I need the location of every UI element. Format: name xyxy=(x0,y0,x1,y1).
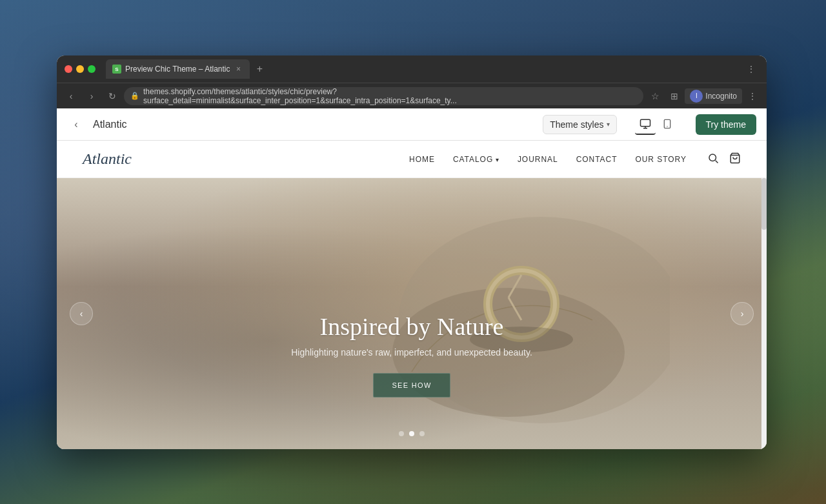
cart-icon[interactable] xyxy=(729,152,741,166)
carousel-dot-3[interactable] xyxy=(419,431,425,436)
back-to-themes-button[interactable]: ‹ xyxy=(67,116,85,134)
try-theme-button[interactable]: Try theme xyxy=(696,114,757,135)
url-bar[interactable]: 🔒 themes.shopify.com/themes/atlantic/sty… xyxy=(124,87,643,105)
browser-nav-bar: ‹ › ↻ 🔒 themes.shopify.com/themes/atlant… xyxy=(57,83,767,108)
nav-contact[interactable]: CONTACT xyxy=(576,155,618,164)
security-lock-icon: 🔒 xyxy=(130,92,139,100)
browser-window: S Preview Chic Theme – Atlantic × + ⋮ ‹ … xyxy=(57,55,767,449)
reload-button[interactable]: ↻ xyxy=(103,87,121,105)
see-how-button[interactable]: SEE HOW xyxy=(373,373,450,398)
site-navigation: Atlantic HOME CATALOG JOURNAL CONTACT OU… xyxy=(57,141,767,178)
new-tab-button[interactable]: + xyxy=(252,61,268,77)
chrome-options-button[interactable]: ⋮ xyxy=(743,87,761,105)
active-tab[interactable]: S Preview Chic Theme – Atlantic × xyxy=(106,59,250,79)
theme-preview-bar: ‹ Atlantic Theme styles ▾ xyxy=(57,108,767,141)
nav-catalog[interactable]: CATALOG xyxy=(453,155,499,164)
theme-styles-label: Theme styles xyxy=(550,119,603,130)
traffic-lights xyxy=(65,65,96,73)
chrome-actions: ⋮ xyxy=(743,61,759,77)
back-button[interactable]: ‹ xyxy=(62,87,80,105)
close-window-button[interactable] xyxy=(65,65,72,73)
svg-rect-3 xyxy=(664,119,670,128)
theme-name-label: Atlantic xyxy=(93,119,126,130)
device-toggle-buttons xyxy=(635,114,678,135)
hero-title: Inspired by Nature xyxy=(57,312,767,341)
website-content: Atlantic HOME CATALOG JOURNAL CONTACT OU… xyxy=(57,141,767,449)
profile-button[interactable]: I Incognito xyxy=(685,88,742,104)
hero-subtitle: Highlighting nature's raw, imperfect, an… xyxy=(57,347,767,358)
chrome-menu-button[interactable]: ⋮ xyxy=(743,61,759,77)
svg-point-5 xyxy=(709,154,716,161)
maximize-window-button[interactable] xyxy=(88,65,96,73)
nav-our-story[interactable]: OUR STORY xyxy=(635,155,687,164)
nav-home[interactable]: HOME xyxy=(409,155,435,164)
tab-title: Preview Chic Theme – Atlantic xyxy=(125,65,230,74)
site-nav-links: HOME CATALOG JOURNAL CONTACT OUR STORY xyxy=(409,155,687,164)
hero-section: ‹ Inspired by Nature Highlighting nature… xyxy=(57,178,767,449)
scrollbar-thumb[interactable] xyxy=(761,178,767,230)
nav-journal[interactable]: JOURNAL xyxy=(518,155,558,164)
carousel-next-button[interactable]: › xyxy=(730,302,754,325)
mobile-view-button[interactable] xyxy=(657,114,678,135)
nav-right-actions: ☆ ⊞ I Incognito ⋮ xyxy=(646,87,761,105)
tab-favicon: S xyxy=(112,65,121,74)
profile-avatar: I xyxy=(690,90,703,103)
minimize-window-button[interactable] xyxy=(76,65,84,73)
carousel-dot-1[interactable] xyxy=(399,431,404,436)
site-logo: Atlantic xyxy=(83,150,132,168)
chevron-down-icon: ▾ xyxy=(607,121,610,128)
profile-label: Incognito xyxy=(705,92,737,101)
extensions-button[interactable]: ⊞ xyxy=(665,87,683,105)
tab-close-button[interactable]: × xyxy=(234,65,243,74)
search-icon[interactable] xyxy=(707,152,719,166)
chrome-tab-bar: S Preview Chic Theme – Atlantic × + ⋮ xyxy=(57,55,767,83)
bookmarks-button[interactable]: ☆ xyxy=(646,87,664,105)
carousel-prev-button[interactable]: ‹ xyxy=(70,302,93,325)
url-text: themes.shopify.com/themes/atlantic/style… xyxy=(143,87,637,105)
forward-button[interactable]: › xyxy=(83,87,101,105)
svg-line-6 xyxy=(716,160,718,163)
carousel-dot-2[interactable] xyxy=(409,431,414,436)
hero-overlay: Inspired by Nature Highlighting nature's… xyxy=(57,312,767,398)
carousel-dots xyxy=(57,431,767,436)
tab-bar: S Preview Chic Theme – Atlantic × + xyxy=(106,59,738,79)
theme-styles-button[interactable]: Theme styles ▾ xyxy=(543,115,616,134)
svg-rect-0 xyxy=(640,119,650,126)
site-nav-icons xyxy=(707,152,741,166)
desktop-view-button[interactable] xyxy=(635,114,656,135)
